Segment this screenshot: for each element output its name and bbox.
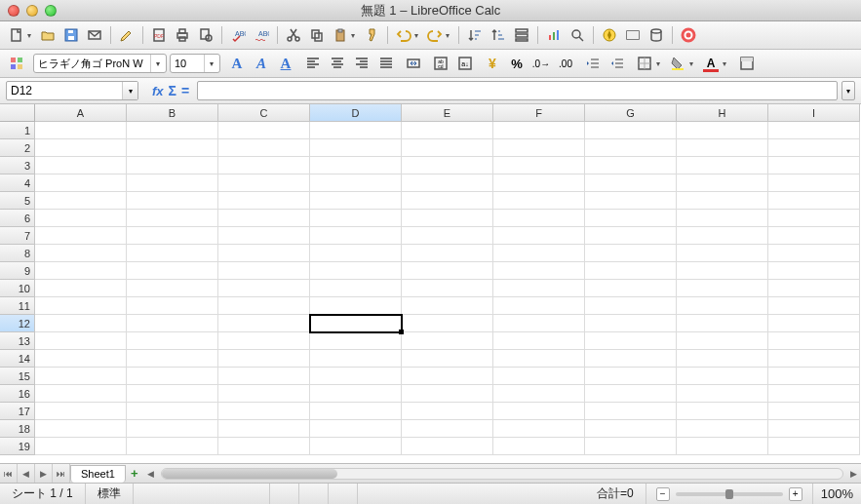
cell[interactable] — [310, 245, 402, 262]
borders-button[interactable] — [634, 53, 655, 74]
name-box[interactable]: ▾ — [6, 81, 138, 100]
cell[interactable] — [127, 192, 218, 210]
row-header[interactable]: 7 — [0, 227, 35, 245]
cell[interactable] — [35, 280, 127, 297]
cell[interactable] — [493, 368, 585, 385]
cell[interactable] — [402, 245, 493, 262]
cell[interactable] — [585, 350, 677, 368]
font-color-button[interactable]: A — [700, 53, 722, 74]
cell[interactable] — [493, 262, 585, 280]
cell[interactable] — [35, 297, 127, 315]
cell[interactable] — [768, 139, 860, 157]
cell[interactable] — [310, 157, 402, 174]
cell[interactable] — [310, 192, 402, 210]
cell[interactable] — [35, 403, 127, 420]
cell[interactable] — [127, 157, 218, 174]
cell[interactable] — [402, 157, 493, 174]
datasources-button[interactable] — [646, 24, 667, 46]
zoom-in-button[interactable]: + — [789, 487, 802, 501]
cell[interactable] — [493, 280, 585, 297]
conditional-formatting-button[interactable] — [736, 53, 758, 74]
font-name-combo[interactable]: ▾ — [33, 54, 167, 73]
cell[interactable] — [218, 280, 310, 297]
cell[interactable] — [493, 210, 585, 227]
cell[interactable] — [35, 245, 127, 262]
cell[interactable] — [218, 438, 310, 455]
cell[interactable] — [310, 262, 402, 280]
cell[interactable] — [127, 280, 218, 297]
cell[interactable] — [585, 403, 677, 420]
add-sheet-button[interactable]: + — [126, 464, 143, 483]
cell[interactable] — [402, 262, 493, 280]
cell[interactable] — [677, 368, 768, 385]
cell[interactable] — [768, 297, 860, 315]
styles-button[interactable] — [6, 53, 27, 74]
cell[interactable] — [493, 315, 585, 332]
cell[interactable] — [585, 210, 677, 227]
cell[interactable] — [35, 385, 127, 403]
export-pdf-button[interactable]: PDF — [148, 24, 170, 46]
cell[interactable] — [677, 245, 768, 262]
cell[interactable] — [35, 122, 127, 139]
percent-button[interactable]: % — [506, 53, 528, 74]
cell[interactable] — [127, 174, 218, 192]
cell[interactable] — [402, 174, 493, 192]
cell[interactable] — [677, 385, 768, 403]
new-document-dropdown[interactable]: ▾ — [27, 31, 35, 40]
undo-button[interactable] — [393, 24, 414, 46]
font-size-combo[interactable]: ▾ — [170, 54, 220, 73]
formula-expand-button[interactable]: ▾ — [841, 81, 855, 100]
cell[interactable] — [585, 122, 677, 139]
column-header[interactable]: G — [585, 104, 677, 122]
column-header[interactable]: A — [35, 104, 127, 122]
sheet-tab[interactable]: Sheet1 — [70, 465, 126, 483]
cell[interactable] — [127, 332, 218, 350]
chart-button[interactable] — [543, 24, 565, 46]
column-header[interactable]: I — [768, 104, 860, 122]
row-header[interactable]: 17 — [0, 403, 35, 420]
cell[interactable] — [677, 420, 768, 438]
font-name-input[interactable] — [38, 56, 150, 71]
cell[interactable] — [310, 350, 402, 368]
align-right-button[interactable] — [351, 53, 372, 74]
autospellcheck-button[interactable]: ABC — [251, 24, 272, 46]
cell[interactable] — [493, 332, 585, 350]
cell[interactable] — [585, 280, 677, 297]
navigator-button[interactable] — [599, 24, 620, 46]
cell[interactable] — [585, 368, 677, 385]
cell[interactable] — [35, 368, 127, 385]
merge-cells-button[interactable] — [403, 53, 424, 74]
cell[interactable] — [677, 122, 768, 139]
cell[interactable] — [310, 438, 402, 455]
sort-asc-button[interactable] — [464, 24, 486, 46]
cell[interactable] — [768, 403, 860, 420]
cell[interactable] — [585, 227, 677, 245]
column-header[interactable]: B — [127, 104, 218, 122]
cell[interactable] — [493, 350, 585, 368]
cell[interactable] — [310, 174, 402, 192]
zoom-slider[interactable]: − + — [646, 487, 812, 501]
cell[interactable] — [218, 245, 310, 262]
cell[interactable] — [768, 122, 860, 139]
cell[interactable] — [402, 368, 493, 385]
cell[interactable] — [768, 210, 860, 227]
insert-mode-status[interactable] — [134, 484, 270, 504]
page-style-status[interactable]: 標準 — [86, 484, 134, 504]
cell[interactable] — [585, 297, 677, 315]
background-color-button[interactable] — [667, 53, 688, 74]
underline-button[interactable]: A — [275, 53, 296, 74]
cell[interactable] — [402, 192, 493, 210]
cell[interactable] — [127, 139, 218, 157]
cell[interactable] — [493, 157, 585, 174]
cell[interactable] — [402, 227, 493, 245]
cell[interactable] — [310, 332, 402, 350]
cell[interactable] — [585, 315, 677, 332]
cell[interactable] — [585, 174, 677, 192]
cell[interactable] — [768, 315, 860, 332]
cell[interactable] — [127, 122, 218, 139]
first-sheet-button[interactable]: ⏮ — [0, 464, 18, 483]
text-direction-button[interactable]: a↓ — [454, 53, 476, 74]
save-button[interactable] — [60, 24, 82, 46]
row-header[interactable]: 13 — [0, 332, 35, 350]
cell[interactable] — [585, 192, 677, 210]
